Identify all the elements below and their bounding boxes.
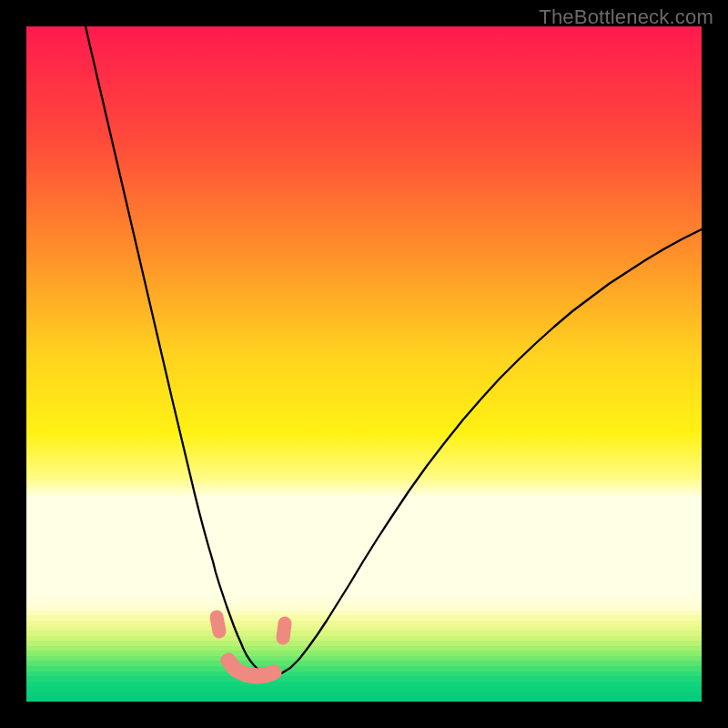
chart-svg: [26, 26, 702, 702]
floor-marker: [283, 623, 285, 638]
floor-marker: [217, 617, 219, 632]
chart-plot-area: [26, 26, 702, 702]
watermark-text: TheBottleneck.com: [539, 5, 713, 29]
bottleneck-curve: [86, 26, 702, 675]
